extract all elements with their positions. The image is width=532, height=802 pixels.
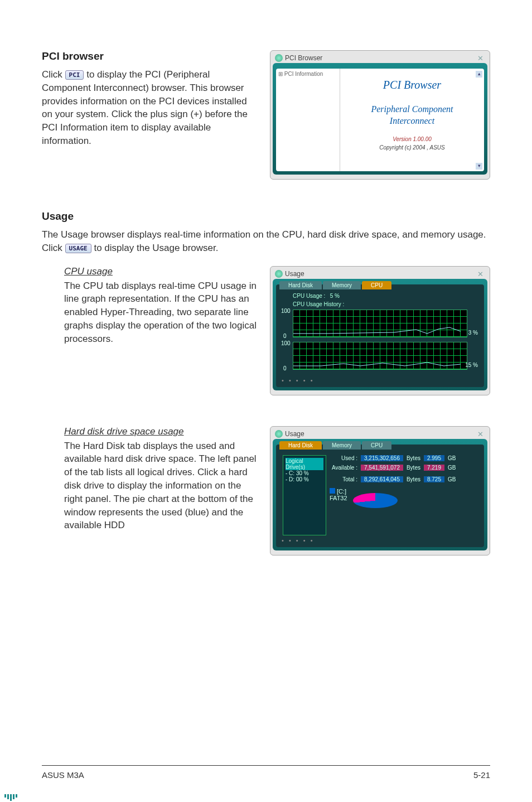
tab-cpu[interactable]: CPU	[362, 441, 391, 450]
usage-inline-button: USAGE	[65, 244, 91, 253]
cpu-graph-1: 100 0 3 %	[293, 310, 467, 337]
pci-inline-button: PCI	[65, 70, 84, 80]
pci-version: Version 1.00.00	[340, 136, 484, 142]
pager-dots: • • • • •	[282, 537, 314, 544]
close-icon[interactable]: ✕	[476, 431, 484, 438]
tab-hard-disk[interactable]: Hard Disk	[279, 281, 322, 289]
close-icon[interactable]: ✕	[476, 270, 484, 278]
pci-section-title: PCI browser	[42, 50, 259, 62]
pie-legend: [C:] FAT32	[330, 488, 347, 513]
scroll-up-icon[interactable]: ▴	[476, 71, 482, 78]
page-footer: ASUS M3A 5-21	[42, 765, 490, 780]
resize-grip-icon	[4, 794, 17, 801]
cpu-graph-2: 100 0 15 %	[293, 342, 467, 370]
drive-c-item[interactable]: - C: 30 %	[286, 470, 323, 476]
disk-row-used: Used : 3,215,302,656 Bytes 2.995 GB	[330, 455, 477, 461]
cpu-usage-value: 5 %	[330, 293, 340, 299]
cpu-usage-label: CPU Usage :	[293, 293, 325, 299]
drive-d-item[interactable]: - D: 00 %	[286, 476, 323, 482]
pci-text-prefix: Click	[42, 69, 65, 80]
cpu-graph1-pct: 3 %	[468, 330, 478, 336]
disk-window-titlebar: Usage ✕	[273, 429, 487, 439]
scroll-down-icon[interactable]: ▾	[476, 163, 482, 170]
cpu-history-label: CPU Usage History :	[293, 301, 467, 307]
pci-tree-panel[interactable]: ⊞ PCI Information	[276, 69, 340, 171]
close-icon[interactable]: ✕	[476, 55, 484, 62]
pci-panel-sub2: Interconnect	[340, 115, 484, 127]
pci-copyright: Copyright (c) 2004 , ASUS	[340, 144, 484, 151]
pci-window-titlebar: PCI Browser ✕	[273, 53, 487, 63]
disk-window-title: Usage	[285, 430, 304, 438]
pci-panel-heading: PCI Browser	[340, 79, 484, 91]
tab-memory[interactable]: Memory	[323, 281, 361, 289]
cpu-window-titlebar: Usage ✕	[273, 269, 487, 279]
pci-window-title: PCI Browser	[285, 54, 322, 62]
pci-tree-item[interactable]: ⊞ PCI Information	[278, 71, 323, 77]
pager-dots: • • • • •	[282, 377, 314, 384]
usage-section-title: Usage	[42, 210, 490, 223]
disk-usage-heading: Hard disk drive space usage	[64, 426, 259, 437]
tab-hard-disk[interactable]: Hard Disk	[279, 441, 322, 450]
usage-intro-suffix: to display the Usage browser.	[94, 243, 218, 253]
pci-text-suffix: to display the PCI (Peripheral Component…	[42, 69, 248, 146]
pie-chart	[353, 493, 398, 508]
cpu-usage-body: The CPU tab displays real-time CPU usage…	[64, 279, 259, 346]
footer-right: 5-21	[473, 770, 490, 780]
disk-row-avail: Available : 7,541,591,072 Bytes 7.219 GB	[330, 465, 477, 471]
drive-list-header: Logical Drive(s)	[286, 458, 323, 470]
cpu-usage-heading: CPU usage	[64, 266, 259, 277]
tab-memory[interactable]: Memory	[323, 441, 361, 450]
footer-left: ASUS M3A	[42, 770, 84, 780]
disk-row-total: Total : 8,292,614,045 Bytes 8.725 GB	[330, 476, 477, 482]
cpu-usage-window: Usage ✕ Hard Disk Memory CPU CPU Usage :…	[270, 266, 490, 395]
usage-intro: The Usage browser displays real-time inf…	[42, 228, 490, 255]
cpu-graph2-pct: 15 %	[465, 362, 478, 368]
cpu-window-title: Usage	[285, 270, 304, 278]
pci-panel-sub1: Peripheral Component	[340, 104, 484, 115]
disk-usage-window: Usage ✕ Hard Disk Memory CPU Logical Dri…	[270, 426, 490, 555]
pci-app-window: PCI Browser ✕ ⊞ PCI Information ▴ PCI Br…	[270, 50, 490, 180]
pci-body: Click PCI to display the PCI (Peripheral…	[42, 68, 259, 148]
disk-usage-body: The Hard Disk tab displays the used and …	[64, 439, 259, 533]
tab-cpu[interactable]: CPU	[362, 281, 391, 289]
drive-list[interactable]: Logical Drive(s) - C: 30 % - D: 00 %	[283, 455, 326, 535]
